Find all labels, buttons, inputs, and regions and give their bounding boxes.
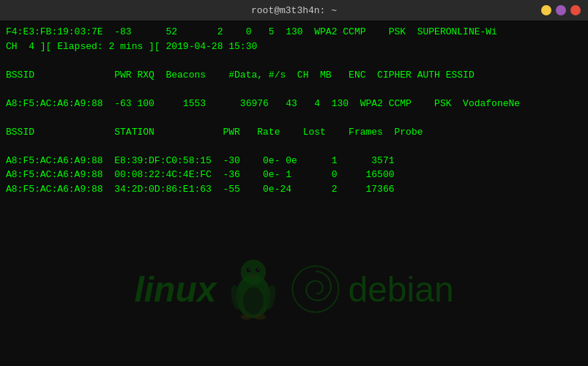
tux-icon (223, 256, 282, 322)
svg-marker-7 (250, 273, 256, 277)
svg-point-10 (229, 284, 242, 310)
minimize-button[interactable] (541, 5, 551, 15)
watermark: linux debian (134, 256, 453, 322)
svg-point-4 (256, 268, 260, 272)
terminal-line-11: A8:F5:AC:A6:A9:88 00:08:22:4C:4E:FC -36 … (6, 168, 582, 182)
svg-point-9 (254, 314, 266, 320)
terminal-line-9 (6, 139, 582, 154)
terminal-output: F4:E3:FB:19:03:7E -83 52 2 0 5 130 WPA2 … (0, 20, 588, 201)
svg-point-5 (248, 269, 250, 270)
terminal-line-8: BSSID STATION PWR Rate Lost Frames Probe (6, 125, 582, 140)
maximize-button[interactable] (556, 5, 566, 15)
window-title: root@m3t3h4n: ~ (251, 5, 337, 16)
svg-point-12 (292, 266, 338, 313)
window-controls (541, 5, 581, 15)
terminal-line-6: A8:F5:AC:A6:A9:88 -63 100 1553 36976 43 … (6, 97, 582, 111)
terminal-line-4: BSSID PWR RXQ Beacons #Data, #/s CH MB E… (6, 68, 582, 83)
terminal-line-1: F4:E3:FB:19:03:7E -83 52 2 0 5 130 WPA2 … (6, 25, 582, 40)
debian-watermark-text: debian (348, 269, 453, 310)
debian-swirl-icon (289, 264, 340, 315)
svg-point-8 (240, 314, 252, 320)
svg-point-1 (242, 287, 263, 315)
terminal-line-7 (6, 111, 582, 125)
svg-point-3 (246, 268, 250, 272)
svg-point-6 (257, 269, 258, 270)
terminal-line-10: A8:F5:AC:A6:A9:88 E8:39:DF:C0:58:15 -30 … (6, 154, 582, 168)
terminal-line-5 (6, 82, 582, 97)
svg-point-2 (240, 260, 265, 285)
linux-watermark-text: linux (134, 269, 216, 310)
terminal-line-2: CH 4 ][ Elapsed: 2 mins ][ 2019-04-28 15… (6, 40, 582, 54)
close-button[interactable] (570, 5, 581, 15)
svg-point-11 (264, 284, 277, 310)
title-bar: root@m3t3h4n: ~ (0, 0, 588, 20)
terminal-line-3 (6, 53, 582, 68)
terminal-line-12: A8:F5:AC:A6:A9:88 34:2D:0D:86:E1:63 -55 … (6, 182, 582, 197)
svg-point-0 (236, 274, 270, 318)
